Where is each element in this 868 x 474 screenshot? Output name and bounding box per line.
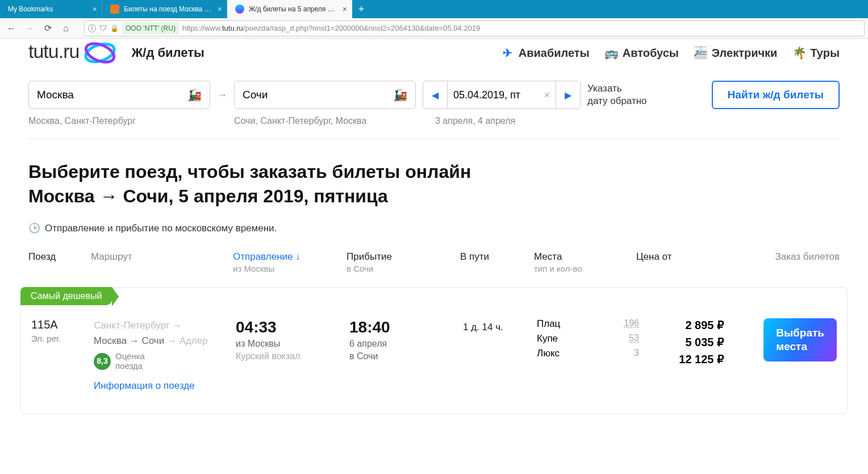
column-headers: Поезд Маршрут Отправление ↓ из Москвы Пр… [0, 238, 868, 277]
url-bar[interactable]: i 🛡 🔒 OOO 'NTT' (RU) https://www.tutu.ru… [84, 20, 865, 36]
plane-icon: ✈ [502, 47, 514, 59]
return-date-hint[interactable]: Указать дату обратно [587, 82, 673, 107]
to-field[interactable]: 🚂 [234, 81, 416, 109]
rating-label: Оценкапоезда [115, 352, 145, 371]
site-header: tutu.ru Ж/д билеты ✈Авиабилеты 🚌Автобусы… [0, 39, 868, 67]
col-arrival[interactable]: Прибытие в Сочи [347, 251, 460, 273]
col-departure[interactable]: Отправление ↓ из Москвы [233, 251, 347, 273]
suggest-from[interactable]: Москва, Санкт-Петербург [28, 116, 210, 126]
browser-tab-strip: My Bookmarks × Билеты на поезд Москва Бо… [0, 0, 868, 18]
suggest-to[interactable]: Сочи, Санкт-Петербург, Москва [234, 116, 416, 126]
svg-point-1 [84, 40, 117, 65]
action-block: Выбратьместа [724, 318, 837, 393]
back-button[interactable]: ← [3, 20, 19, 36]
suggestions-row: Москва, Санкт-Петербург Сочи, Санкт-Пете… [0, 114, 868, 139]
favicon-icon [110, 5, 119, 14]
nav-label: Электрички [712, 47, 778, 60]
shield-icon[interactable]: 🛡 [99, 24, 107, 32]
nav-label: Туры [810, 47, 840, 60]
logo[interactable]: tutu.ru [28, 40, 79, 63]
date-prev-button[interactable]: ◀ [423, 81, 448, 109]
results-heading: Выберите поезд, чтобы заказать билеты он… [0, 139, 868, 214]
tram-icon: 🚈 [695, 47, 707, 59]
top-nav: ✈Авиабилеты 🚌Автобусы 🚈Электрички 🌴Туры [502, 47, 840, 60]
tab-title: My Bookmarks [8, 5, 88, 13]
nav-label: Авиабилеты [519, 47, 590, 60]
favicon-icon [235, 5, 244, 14]
col-route: Маршрут [91, 251, 233, 263]
clock-icon: 🕒 [28, 222, 40, 234]
info-icon[interactable]: i [88, 24, 96, 32]
nav-tours[interactable]: 🌴Туры [793, 47, 840, 60]
seats-block: Плац196 Купе53 Люкс3 [537, 318, 639, 393]
suggest-date[interactable]: 3 апреля, 4 апреля [435, 116, 515, 126]
from-field[interactable]: 🚂 [28, 81, 210, 109]
nav-bus[interactable]: 🚌Автобусы [606, 47, 679, 60]
col-order: Заказ билетов [721, 251, 840, 263]
lock-icon: 🔒 [110, 24, 119, 32]
arrow-right-icon: → [217, 89, 227, 101]
col-train[interactable]: Поезд [28, 251, 91, 263]
bus-icon: 🚌 [606, 47, 618, 59]
departure-time: 04:33 [236, 318, 349, 336]
date-next-button[interactable]: ▶ [556, 81, 581, 109]
train-card: Самый дешевый 115А Эл. рег. Санкт-Петерб… [20, 287, 848, 414]
browser-tab[interactable]: My Bookmarks × [0, 0, 102, 18]
page-title: Выберите поезд, чтобы заказать билеты он… [28, 160, 840, 209]
find-button[interactable]: Найти ж/д билеты [712, 81, 840, 109]
browser-toolbar: ← → ⟳ ⌂ i 🛡 🔒 OOO 'NTT' (RU) https://www… [0, 18, 868, 39]
close-icon[interactable]: × [93, 5, 97, 14]
choose-seats-button[interactable]: Выбратьместа [763, 318, 837, 361]
section-title: Ж/д билеты [131, 45, 204, 60]
sort-link[interactable]: Отправление ↓ [233, 251, 301, 262]
duration: 1 д. 14 ч. [463, 318, 537, 393]
rating-badge: 8,3 [94, 353, 111, 370]
search-form: 🚂 → 🚂 ◀ 05.04.2019, пт × ▶ Указать дату … [0, 67, 868, 114]
train-number: 115А [31, 318, 94, 331]
clear-date-icon[interactable]: × [544, 89, 550, 101]
date-field[interactable]: 05.04.2019, пт × [448, 81, 556, 109]
tab-title: Ж/д билеты на 5 апреля Мос… [249, 5, 338, 13]
cert-label[interactable]: OOO 'NTT' (RU) [122, 22, 179, 35]
col-duration[interactable]: В пути [460, 251, 534, 263]
train-ereg: Эл. рег. [31, 334, 94, 343]
close-icon[interactable]: × [343, 5, 347, 14]
train-icon: 🚂 [393, 88, 407, 102]
train-route: Санкт-Петербург → Москва → Сочи → Адлер … [94, 318, 236, 393]
arrival-time: 18:40 [349, 318, 463, 336]
col-seats: Места тип и кол-во [534, 251, 636, 273]
reload-button[interactable]: ⟳ [40, 20, 56, 36]
departure-block: 04:33 из Москвы Курский вокзал [236, 318, 349, 393]
train-icon: 🚂 [187, 88, 202, 102]
logo-swirl-icon [82, 40, 118, 66]
url-text: https://www.tutu.ru/poezda/rasp_d.php?nn… [182, 24, 861, 32]
col-price[interactable]: Цена от [636, 251, 721, 263]
date-picker: ◀ 05.04.2019, пт × ▶ [423, 81, 581, 109]
tab-title: Билеты на поезд Москва Бол… [124, 5, 213, 13]
home-button[interactable]: ⌂ [58, 20, 74, 36]
price-block: 2 895 ₽ 5 035 ₽ 12 125 ₽ [639, 318, 724, 393]
cheapest-badge: Самый дешевый [20, 287, 112, 305]
forward-button[interactable]: → [22, 20, 37, 36]
timezone-note: 🕒 Отправление и прибытие по московскому … [0, 214, 868, 238]
close-icon[interactable]: × [218, 5, 222, 14]
nav-avia[interactable]: ✈Авиабилеты [502, 47, 590, 60]
train-info-link[interactable]: Информация о поезде [94, 379, 195, 393]
from-input[interactable] [37, 89, 187, 101]
train-number-block: 115А Эл. рег. [31, 318, 94, 393]
nav-elec[interactable]: 🚈Электрички [695, 47, 778, 60]
arrival-block: 18:40 6 апреля в Сочи [349, 318, 463, 393]
browser-tab[interactable]: Билеты на поезд Москва Бол… × [102, 0, 227, 18]
new-tab-button[interactable]: + [352, 0, 370, 18]
palm-icon: 🌴 [793, 47, 806, 59]
date-value: 05.04.2019, пт [453, 89, 520, 101]
to-input[interactable] [243, 89, 393, 101]
nav-label: Автобусы [623, 47, 679, 60]
browser-tab-active[interactable]: Ж/д билеты на 5 апреля Мос… × [227, 0, 352, 18]
